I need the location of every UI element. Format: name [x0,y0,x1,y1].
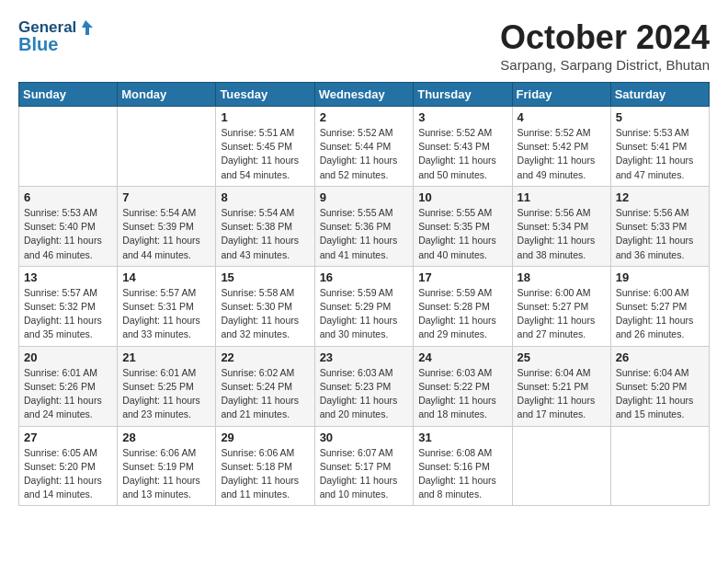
day-number: 8 [221,190,309,204]
calendar-cell: 27Sunrise: 6:05 AM Sunset: 5:20 PM Dayli… [19,426,118,506]
calendar-cell: 1Sunrise: 5:51 AM Sunset: 5:45 PM Daylig… [216,107,314,187]
day-number: 31 [418,431,506,444]
calendar-cell: 2Sunrise: 5:52 AM Sunset: 5:44 PM Daylig… [314,107,414,187]
day-number: 3 [418,110,506,124]
calendar-cell [19,107,118,187]
calendar-cell: 11Sunrise: 5:56 AM Sunset: 5:34 PM Dayli… [512,186,610,266]
calendar-cell: 21Sunrise: 6:01 AM Sunset: 5:25 PM Dayli… [118,346,216,426]
page-header: General Blue October 2024 Sarpang, Sarpa… [18,18,710,73]
day-number: 17 [418,270,506,284]
calendar-cell [610,426,709,506]
day-info: Sunrise: 5:54 AM Sunset: 5:39 PM Dayligh… [122,206,210,262]
calendar-cell: 9Sunrise: 5:55 AM Sunset: 5:36 PM Daylig… [314,186,414,266]
day-info: Sunrise: 6:06 AM Sunset: 5:18 PM Dayligh… [221,446,309,502]
calendar-cell: 4Sunrise: 5:52 AM Sunset: 5:42 PM Daylig… [512,107,610,187]
calendar-cell: 5Sunrise: 5:53 AM Sunset: 5:41 PM Daylig… [610,107,709,187]
day-info: Sunrise: 6:03 AM Sunset: 5:22 PM Dayligh… [418,366,506,422]
calendar-header-row: SundayMondayTuesdayWednesdayThursdayFrid… [19,83,710,107]
day-info: Sunrise: 6:00 AM Sunset: 5:27 PM Dayligh… [518,286,606,342]
day-info: Sunrise: 6:06 AM Sunset: 5:19 PM Dayligh… [122,446,210,502]
day-info: Sunrise: 5:52 AM Sunset: 5:43 PM Dayligh… [418,126,506,182]
weekday-header: Saturday [610,83,709,107]
day-number: 16 [320,270,409,284]
svg-marker-0 [82,20,93,35]
day-number: 14 [122,270,210,284]
day-info: Sunrise: 6:01 AM Sunset: 5:26 PM Dayligh… [24,366,112,422]
title-section: October 2024 Sarpang, Sarpang District, … [500,18,710,73]
day-number: 20 [24,350,112,364]
calendar-cell: 29Sunrise: 6:06 AM Sunset: 5:18 PM Dayli… [216,426,314,506]
calendar-cell: 28Sunrise: 6:06 AM Sunset: 5:19 PM Dayli… [118,426,216,506]
calendar-cell: 22Sunrise: 6:02 AM Sunset: 5:24 PM Dayli… [216,346,314,426]
day-info: Sunrise: 6:08 AM Sunset: 5:16 PM Dayligh… [418,446,506,502]
day-number: 18 [518,270,606,284]
day-info: Sunrise: 5:52 AM Sunset: 5:44 PM Dayligh… [320,126,409,182]
day-number: 6 [24,190,112,204]
calendar-week-row: 1Sunrise: 5:51 AM Sunset: 5:45 PM Daylig… [19,107,710,187]
calendar-cell: 14Sunrise: 5:57 AM Sunset: 5:31 PM Dayli… [118,266,216,346]
calendar-cell: 26Sunrise: 6:04 AM Sunset: 5:20 PM Dayli… [610,346,709,426]
calendar-cell [118,107,216,187]
day-number: 22 [221,350,309,364]
calendar-week-row: 27Sunrise: 6:05 AM Sunset: 5:20 PM Dayli… [19,426,710,506]
calendar-cell: 7Sunrise: 5:54 AM Sunset: 5:39 PM Daylig… [118,186,216,266]
calendar-cell: 15Sunrise: 5:58 AM Sunset: 5:30 PM Dayli… [216,266,314,346]
day-info: Sunrise: 5:51 AM Sunset: 5:45 PM Dayligh… [221,126,309,182]
calendar-cell: 17Sunrise: 5:59 AM Sunset: 5:28 PM Dayli… [414,266,512,346]
day-number: 25 [518,350,606,364]
day-info: Sunrise: 5:52 AM Sunset: 5:42 PM Dayligh… [518,126,606,182]
day-info: Sunrise: 5:59 AM Sunset: 5:28 PM Dayligh… [418,286,506,342]
day-info: Sunrise: 5:59 AM Sunset: 5:29 PM Dayligh… [320,286,409,342]
day-number: 11 [518,190,606,204]
day-number: 12 [616,190,704,204]
logo-icon [76,18,95,37]
day-info: Sunrise: 5:53 AM Sunset: 5:41 PM Dayligh… [616,126,704,182]
day-info: Sunrise: 6:02 AM Sunset: 5:24 PM Dayligh… [221,366,309,422]
calendar-cell: 3Sunrise: 5:52 AM Sunset: 5:43 PM Daylig… [414,107,512,187]
day-number: 10 [418,190,506,204]
calendar-cell: 31Sunrise: 6:08 AM Sunset: 5:16 PM Dayli… [414,426,512,506]
calendar-cell: 10Sunrise: 5:55 AM Sunset: 5:35 PM Dayli… [414,186,512,266]
logo-blue: Blue [18,34,95,55]
day-info: Sunrise: 6:01 AM Sunset: 5:25 PM Dayligh… [122,366,210,422]
day-number: 9 [320,190,409,204]
day-number: 21 [122,350,210,364]
day-number: 19 [616,270,704,284]
logo: General Blue [18,18,95,55]
day-info: Sunrise: 5:58 AM Sunset: 5:30 PM Dayligh… [221,286,309,342]
day-info: Sunrise: 5:56 AM Sunset: 5:34 PM Dayligh… [518,206,606,262]
calendar-cell: 18Sunrise: 6:00 AM Sunset: 5:27 PM Dayli… [512,266,610,346]
calendar-cell: 25Sunrise: 6:04 AM Sunset: 5:21 PM Dayli… [512,346,610,426]
day-number: 23 [320,350,409,364]
weekday-header: Tuesday [216,83,314,107]
weekday-header: Sunday [19,83,118,107]
day-info: Sunrise: 6:04 AM Sunset: 5:21 PM Dayligh… [518,366,606,422]
calendar-week-row: 20Sunrise: 6:01 AM Sunset: 5:26 PM Dayli… [19,346,710,426]
day-info: Sunrise: 5:55 AM Sunset: 5:35 PM Dayligh… [418,206,506,262]
location-subtitle: Sarpang, Sarpang District, Bhutan [500,57,710,73]
day-number: 5 [616,110,704,124]
day-info: Sunrise: 6:03 AM Sunset: 5:23 PM Dayligh… [320,366,409,422]
logo-text: General Blue [18,18,95,55]
calendar-cell: 12Sunrise: 5:56 AM Sunset: 5:33 PM Dayli… [610,186,709,266]
calendar-cell: 6Sunrise: 5:53 AM Sunset: 5:40 PM Daylig… [19,186,118,266]
day-info: Sunrise: 5:57 AM Sunset: 5:32 PM Dayligh… [24,286,112,342]
calendar-cell: 8Sunrise: 5:54 AM Sunset: 5:38 PM Daylig… [216,186,314,266]
day-number: 30 [320,431,409,444]
weekday-header: Thursday [414,83,512,107]
day-number: 1 [221,110,309,124]
day-number: 27 [24,431,112,444]
day-number: 24 [418,350,506,364]
day-info: Sunrise: 6:00 AM Sunset: 5:27 PM Dayligh… [616,286,704,342]
day-number: 28 [122,431,210,444]
day-info: Sunrise: 5:56 AM Sunset: 5:33 PM Dayligh… [616,206,704,262]
day-info: Sunrise: 5:53 AM Sunset: 5:40 PM Dayligh… [24,206,112,262]
day-number: 7 [122,190,210,204]
weekday-header: Wednesday [314,83,414,107]
day-info: Sunrise: 6:04 AM Sunset: 5:20 PM Dayligh… [616,366,704,422]
day-number: 15 [221,270,309,284]
day-number: 13 [24,270,112,284]
day-number: 2 [320,110,409,124]
day-number: 4 [518,110,606,124]
calendar-week-row: 13Sunrise: 5:57 AM Sunset: 5:32 PM Dayli… [19,266,710,346]
